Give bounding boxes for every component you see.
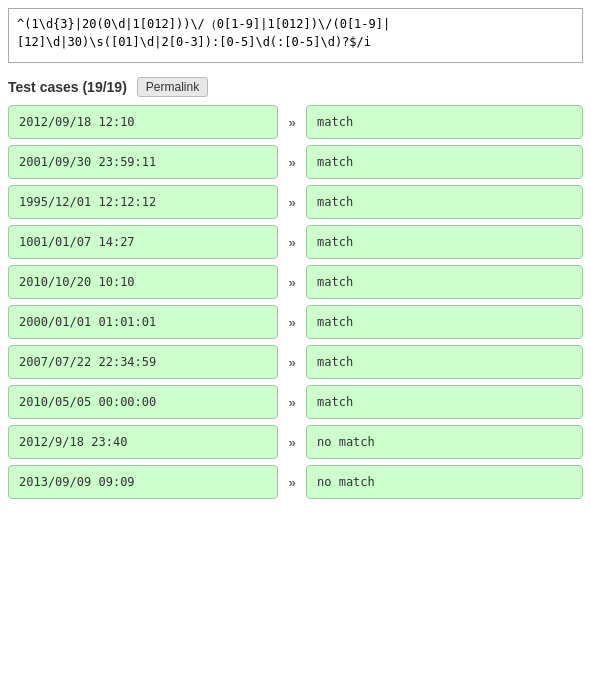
- test-case-input: 1001/01/07 14:27: [8, 225, 278, 259]
- test-case-result: match: [306, 345, 583, 379]
- test-case-row: 1001/01/07 14:27»match: [8, 225, 583, 259]
- test-case-row: 2012/09/18 12:10»match: [8, 105, 583, 139]
- test-case-row: 2010/10/20 10:10»match: [8, 265, 583, 299]
- test-case-row: 2013/09/09 09:09»no match: [8, 465, 583, 499]
- arrow-icon: »: [284, 275, 300, 290]
- test-case-result: no match: [306, 465, 583, 499]
- test-case-result: match: [306, 225, 583, 259]
- test-case-row: 2007/07/22 22:34:59»match: [8, 345, 583, 379]
- arrow-icon: »: [284, 395, 300, 410]
- test-case-result: match: [306, 145, 583, 179]
- test-case-input: 2007/07/22 22:34:59: [8, 345, 278, 379]
- test-cases-title: Test cases (19/19): [8, 79, 127, 95]
- test-case-input: 2000/01/01 01:01:01: [8, 305, 278, 339]
- test-case-input: 2001/09/30 23:59:11: [8, 145, 278, 179]
- arrow-icon: »: [284, 355, 300, 370]
- test-case-input: 2013/09/09 09:09: [8, 465, 278, 499]
- test-case-input: 2012/9/18 23:40: [8, 425, 278, 459]
- regex-display: ^(1\d{3}|20(0\d|1[012]))\/（0[1-9]|1[012]…: [8, 8, 583, 63]
- test-case-result: match: [306, 185, 583, 219]
- test-case-result: match: [306, 105, 583, 139]
- test-cases-header: Test cases (19/19) Permalink: [0, 71, 591, 105]
- test-case-input: 1995/12/01 12:12:12: [8, 185, 278, 219]
- arrow-icon: »: [284, 115, 300, 130]
- test-case-input: 2010/10/20 10:10: [8, 265, 278, 299]
- test-case-row: 1995/12/01 12:12:12»match: [8, 185, 583, 219]
- test-case-result: match: [306, 265, 583, 299]
- test-case-result: no match: [306, 425, 583, 459]
- arrow-icon: »: [284, 235, 300, 250]
- test-case-result: match: [306, 385, 583, 419]
- test-case-row: 2012/9/18 23:40»no match: [8, 425, 583, 459]
- arrow-icon: »: [284, 315, 300, 330]
- test-cases-list: 2012/09/18 12:10»match2001/09/30 23:59:1…: [0, 105, 591, 507]
- test-case-row: 2000/01/01 01:01:01»match: [8, 305, 583, 339]
- test-case-input: 2010/05/05 00:00:00: [8, 385, 278, 419]
- test-case-input: 2012/09/18 12:10: [8, 105, 278, 139]
- arrow-icon: »: [284, 475, 300, 490]
- test-case-row: 2010/05/05 00:00:00»match: [8, 385, 583, 419]
- arrow-icon: »: [284, 435, 300, 450]
- arrow-icon: »: [284, 195, 300, 210]
- regex-text: ^(1\d{3}|20(0\d|1[012]))\/（0[1-9]|1[012]…: [17, 17, 390, 49]
- test-case-row: 2001/09/30 23:59:11»match: [8, 145, 583, 179]
- arrow-icon: »: [284, 155, 300, 170]
- test-case-result: match: [306, 305, 583, 339]
- permalink-button[interactable]: Permalink: [137, 77, 208, 97]
